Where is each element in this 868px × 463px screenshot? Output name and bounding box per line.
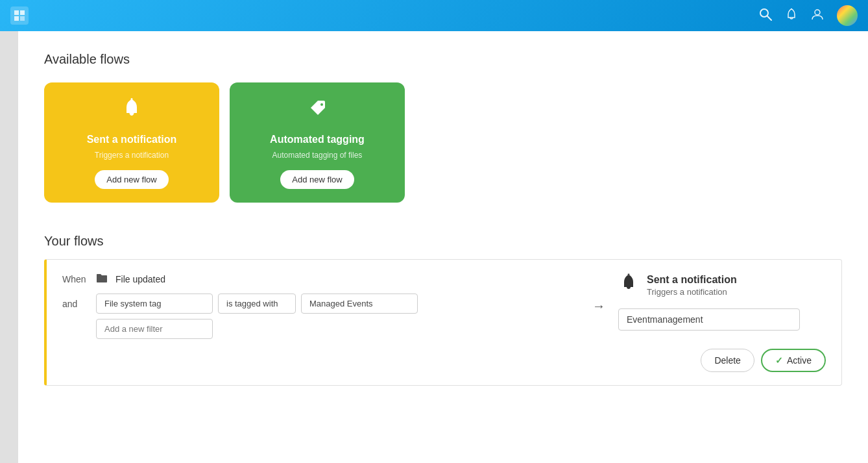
add-filter-input[interactable] (96, 319, 213, 339)
svg-point-4 (760, 9, 768, 17)
add-notification-flow-button[interactable]: Add new flow (95, 170, 168, 189)
svg-point-9 (320, 103, 323, 106)
header-left (10, 6, 29, 25)
main-content: Available flows Sent a notification Trig… (18, 31, 868, 463)
header (0, 0, 868, 31)
action-header: Sent a notification Triggers a notificat… (618, 273, 737, 298)
when-label: When (62, 274, 88, 284)
sidebar-strip (0, 31, 18, 463)
tagging-flow-card[interactable]: Automated tagging Automated tagging of f… (230, 82, 405, 203)
delete-button[interactable]: Delete (701, 349, 754, 372)
available-flows-grid: Sent a notification Triggers a notificat… (44, 82, 842, 203)
search-icon[interactable] (759, 8, 772, 24)
action-subtitle: Triggers a notification (647, 287, 737, 297)
filter-row: and (62, 294, 579, 339)
avatar[interactable] (837, 5, 858, 26)
user-icon[interactable] (811, 8, 824, 24)
folder-icon (96, 273, 108, 286)
flow-action-side: Sent a notification Triggers a notificat… (618, 273, 826, 344)
available-flows-title: Available flows (44, 52, 842, 67)
notification-flow-card[interactable]: Sent a notification Triggers a notificat… (44, 82, 219, 203)
action-text-group: Sent a notification Triggers a notificat… (647, 274, 737, 297)
flow-main-row: When File updated and (62, 273, 826, 344)
flow-item: When File updated and (44, 259, 842, 386)
svg-rect-0 (14, 10, 19, 15)
when-row: When File updated (62, 273, 579, 286)
available-flows-section: Available flows Sent a notification Trig… (44, 52, 842, 203)
svg-rect-1 (20, 10, 25, 15)
header-right (759, 5, 858, 26)
flow-trigger-side: When File updated and (62, 273, 579, 339)
flow-footer: Delete ✓ Active (62, 349, 826, 372)
svg-rect-10 (628, 274, 630, 275)
tag-card-icon (306, 97, 329, 126)
notification-card-title: Sent a notification (87, 134, 177, 145)
your-flows-section: Your flows When File updated (44, 234, 842, 386)
filter-tag-input[interactable] (96, 294, 213, 314)
app-logo[interactable] (10, 6, 29, 25)
svg-rect-8 (131, 98, 133, 100)
bell-card-icon (120, 97, 143, 126)
active-button[interactable]: ✓ Active (761, 349, 826, 372)
tagging-card-subtitle: Automated tagging of files (272, 151, 363, 160)
svg-rect-2 (14, 16, 19, 21)
notification-icon[interactable] (785, 8, 798, 24)
and-label: and (62, 294, 88, 309)
filter-condition-input[interactable] (218, 294, 296, 314)
your-flows-title: Your flows (44, 234, 842, 249)
tagging-card-title: Automated tagging (270, 134, 365, 145)
action-title: Sent a notification (647, 274, 737, 286)
filter-value-input[interactable] (301, 294, 418, 314)
check-icon: ✓ (775, 355, 783, 366)
svg-point-7 (815, 10, 820, 15)
action-value-input[interactable] (618, 308, 800, 331)
action-bell-icon (618, 273, 639, 298)
file-updated-text: File updated (115, 274, 165, 284)
svg-line-5 (767, 16, 771, 20)
add-tagging-flow-button[interactable]: Add new flow (280, 170, 354, 189)
flow-arrow: → (579, 273, 618, 314)
notification-card-subtitle: Triggers a notification (95, 151, 169, 160)
active-button-label: Active (787, 355, 812, 366)
filter-inputs-row (96, 294, 418, 314)
filters-group (96, 294, 418, 339)
svg-rect-3 (20, 16, 25, 21)
